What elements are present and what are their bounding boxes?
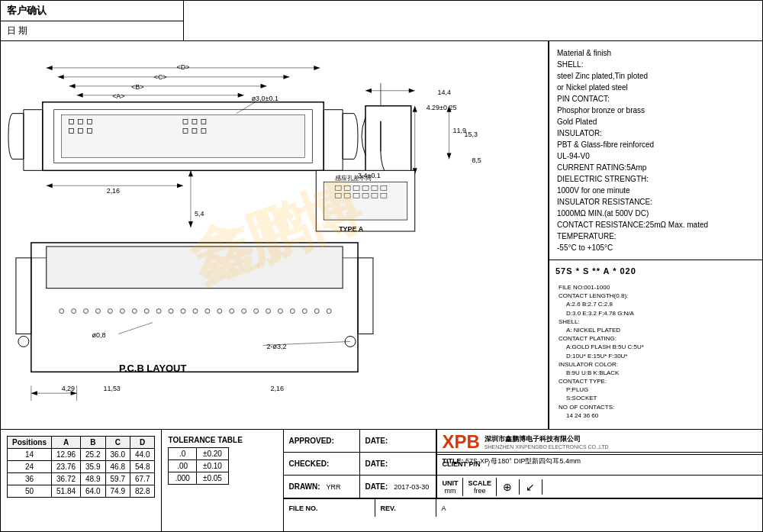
svg-rect-49 xyxy=(358,258,373,334)
header-right xyxy=(184,1,762,40)
tolerance-row: .00±0.10 xyxy=(169,460,228,472)
dim-2phi32: 2-ø3,2 xyxy=(267,343,287,350)
svg-rect-84 xyxy=(324,182,407,220)
svg-marker-38 xyxy=(365,89,372,93)
drawn-label: DRAWN: xyxy=(288,482,320,491)
company-en: SHENZHEN XINPENGBO ELECTRONICS CO.,LTD xyxy=(485,444,609,450)
svg-point-66 xyxy=(242,309,246,314)
table-cell: 36 xyxy=(8,473,52,485)
pin-contact-label: PIN CONTACT: xyxy=(557,93,755,105)
company-logo-row: XPB 深圳市鑫鹏博电子科技有限公司 SHENZHEN XINPENGBO EL… xyxy=(437,430,762,455)
drawn-date-label: DATE: xyxy=(365,482,388,491)
file-no-cell: FILE NO. xyxy=(284,499,375,517)
svg-marker-5 xyxy=(314,66,320,70)
dim-85: 8,5 xyxy=(472,156,481,164)
table-cell: 36.72 xyxy=(52,473,81,485)
tolerance-title: TOLERANCE TABLE xyxy=(168,436,277,444)
svg-point-68 xyxy=(266,309,271,314)
insulator-color-value: B:9U U:B K:BLACK xyxy=(566,369,753,377)
customer-confirm-label: 客户确认 xyxy=(1,1,183,21)
tolerance-row: .000±0.05 xyxy=(169,472,228,485)
svg-marker-79 xyxy=(31,391,37,395)
dim-1153: 11,53 xyxy=(103,385,120,392)
contact-length-values: A:2.6 B:2.7 C:2.8 D:3.0 E:3.2 F:4.78 G:N… xyxy=(566,300,753,317)
ul-label: UL-94-V0 xyxy=(557,150,755,162)
rev-value: A xyxy=(441,505,446,512)
dim-phi30: ø3,0±0.1 xyxy=(252,95,278,102)
d-bracket: <D> xyxy=(177,63,190,71)
rev-label-cell: REV. xyxy=(375,499,436,517)
drawn-row: DRAWN: YRR DATE: 2017-03-30 UNIT mm SCAL… xyxy=(284,476,762,498)
dim-34: 3.4±0.1 xyxy=(358,172,381,179)
table-cell: 59.7 xyxy=(105,473,130,485)
unit-label: UNIT xyxy=(442,479,458,487)
svg-point-72 xyxy=(314,309,319,314)
col-c: C xyxy=(105,437,130,449)
shell-value: steel Zinc plated,Tin ploted or Nickel p… xyxy=(557,70,755,93)
scale-label: SCALE xyxy=(468,479,491,487)
svg-marker-44 xyxy=(188,170,193,176)
insulator-resistance-label: INSULATOR RESISTANCE: xyxy=(557,196,755,208)
company-logo: XPB xyxy=(442,431,479,453)
contact-type-p: P:PLUG xyxy=(566,385,753,394)
dim-429-bottom: 4,29 xyxy=(62,385,75,392)
drawn-date-value: 2017-03-30 xyxy=(394,483,429,491)
svg-point-59 xyxy=(156,309,161,314)
tolerance-cell: .0 xyxy=(169,448,196,460)
type-label: TYPE A xyxy=(339,225,364,233)
dim-54: 5,4 xyxy=(195,210,204,218)
insulator-value: PBT & Glass-fibre reinforced xyxy=(557,139,755,150)
svg-point-63 xyxy=(205,309,210,314)
tolerance-section: TOLERANCE TABLE .0±0.20.00±0.10.000±0.05 xyxy=(162,430,284,531)
header: 客户确认 日 期 xyxy=(1,1,762,41)
svg-marker-45 xyxy=(188,221,193,227)
svg-marker-7 xyxy=(283,75,289,79)
unit-value: mm xyxy=(444,487,456,495)
svg-point-55 xyxy=(108,309,112,314)
svg-rect-50 xyxy=(47,247,343,289)
table-row: 2423.7635.946.854.8 xyxy=(8,461,155,473)
table-cell: 48.9 xyxy=(81,473,105,485)
drawn-cell: DRAWN: YRR xyxy=(284,476,360,498)
table-cell: 36.0 xyxy=(105,449,130,461)
svg-marker-29 xyxy=(177,183,183,188)
company-block: XPB 深圳市鑫鹏博电子科技有限公司 SHENZHEN XINPENGBO EL… xyxy=(436,430,762,452)
col-a: A xyxy=(52,437,81,449)
svg-point-69 xyxy=(278,309,282,314)
tolerance-cell: ±0.05 xyxy=(196,472,228,485)
approved-row: APPROVED: DATE: XPB 深圳市鑫鹏博电子科技有限公司 SHENZ… xyxy=(284,430,762,453)
company-cn: 深圳市鑫鹏博电子科技有限公司 xyxy=(485,434,609,444)
part-number-section: 57S * S ** A * 020 FILE NO:001-1000 CONT… xyxy=(549,260,762,429)
approved-label: APPROVED: xyxy=(288,437,333,445)
dim-216-bottom: 2,16 xyxy=(271,385,284,392)
table-cell: 35.9 xyxy=(81,461,105,473)
table-cell: 50 xyxy=(8,485,52,498)
page: 客户确认 日 期 鑫鹏博 <D> <C> <B> <A> xyxy=(0,0,763,532)
part-number-main: 57S * S ** A * 020 xyxy=(555,266,756,276)
svg-point-71 xyxy=(302,309,307,314)
table-cell: 25.2 xyxy=(81,449,105,461)
table-cell: 54.8 xyxy=(130,461,154,473)
contact-type-s: S:SOCKET xyxy=(566,394,753,402)
dim-144: 14,4 xyxy=(438,89,451,96)
table-cell: 14 xyxy=(8,449,52,461)
svg-point-58 xyxy=(144,309,149,314)
svg-point-56 xyxy=(120,309,124,314)
arrow-cell: ↙ xyxy=(520,479,542,495)
checked-label: CHECKED: xyxy=(288,459,329,468)
table-cell: 82.8 xyxy=(130,485,154,498)
tolerance-row: .0±0.20 xyxy=(169,448,228,460)
right-panel: Material & finish SHELL: steel Zinc plat… xyxy=(549,41,762,429)
gold-plated: Gold Plated xyxy=(557,116,755,127)
tolerance-cell: ±0.20 xyxy=(196,448,228,460)
pn-diagram: FILE NO:001-1000 CONTACT LENGTH(0.8): A:… xyxy=(555,280,756,423)
approved-cell: APPROVED: xyxy=(284,430,360,452)
table-cell: 51.84 xyxy=(52,485,81,498)
dim-153: 15,3 xyxy=(464,131,477,138)
tolerance-cell: ±0.10 xyxy=(196,460,228,472)
client-pn-value: / xyxy=(488,460,490,468)
svg-point-62 xyxy=(193,309,198,314)
table-cell: 12.96 xyxy=(52,449,81,461)
temperature-value: -55°C to +105°C xyxy=(557,242,755,253)
shell-label: SHELL: xyxy=(557,59,755,70)
